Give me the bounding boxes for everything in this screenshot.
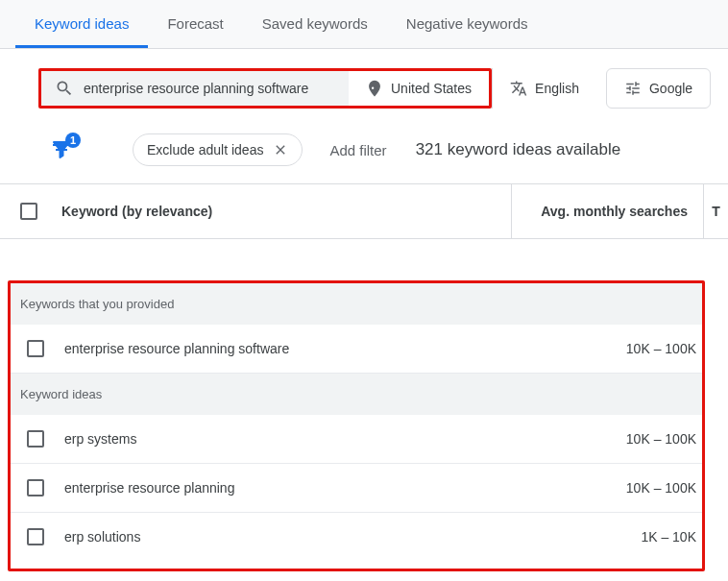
row-checkbox[interactable] bbox=[27, 430, 44, 448]
section-provided-label: Keywords that you provided bbox=[11, 283, 702, 325]
results-highlight-box: Keywords that you provided enterprise re… bbox=[8, 280, 705, 571]
search-icon bbox=[55, 79, 74, 98]
add-filter-button[interactable]: Add filter bbox=[329, 142, 386, 158]
searches-cell: 10K – 100K bbox=[520, 326, 702, 372]
search-query-text: enterprise resource planning software bbox=[84, 80, 308, 98]
filter-button[interactable]: 1 bbox=[48, 136, 75, 163]
language-text: English bbox=[535, 81, 579, 96]
row-checkbox[interactable] bbox=[27, 340, 44, 357]
tab-negative-keywords[interactable]: Negative keywords bbox=[387, 0, 547, 48]
col-header-keyword[interactable]: Keyword (by relevance) bbox=[58, 184, 511, 238]
keyword-cell[interactable]: enterprise resource planning software bbox=[61, 326, 520, 372]
language-selector[interactable]: English bbox=[492, 68, 596, 109]
keyword-cell[interactable]: enterprise resource planning bbox=[61, 465, 520, 511]
row-checkbox[interactable] bbox=[27, 479, 44, 496]
tab-keyword-ideas[interactable]: Keyword ideas bbox=[15, 0, 148, 48]
filter-chip-exclude-adult[interactable]: Exclude adult ideas bbox=[133, 133, 303, 166]
tune-icon bbox=[624, 80, 642, 97]
col-header-trailing[interactable]: T bbox=[703, 184, 728, 238]
searches-cell: 1K – 10K bbox=[520, 514, 702, 560]
keyword-cell[interactable]: erp systems bbox=[61, 416, 520, 462]
tab-bar: Keyword ideas Forecast Saved keywords Ne… bbox=[0, 0, 728, 49]
section-ideas-label: Keyword ideas bbox=[11, 374, 702, 415]
translate-icon bbox=[510, 80, 527, 97]
tab-saved-keywords[interactable]: Saved keywords bbox=[243, 0, 387, 48]
table-row: erp solutions 1K – 10K bbox=[11, 513, 702, 561]
select-all-checkbox[interactable] bbox=[20, 203, 37, 220]
col-header-avg-searches[interactable]: Avg. monthly searches bbox=[511, 184, 703, 238]
location-pin-icon bbox=[366, 80, 383, 97]
table-row: enterprise resource planning software 10… bbox=[11, 325, 702, 374]
table-row: enterprise resource planning 10K – 100K bbox=[11, 464, 702, 513]
searches-cell: 10K – 100K bbox=[520, 416, 702, 462]
location-selector[interactable]: United States bbox=[349, 71, 489, 106]
ideas-available-text: 321 keyword ideas available bbox=[416, 140, 621, 159]
close-icon[interactable] bbox=[273, 142, 288, 157]
filter-count-badge: 1 bbox=[65, 133, 81, 148]
network-text: Google bbox=[649, 81, 692, 96]
select-all-cell bbox=[0, 184, 58, 238]
table-row: erp systems 10K – 100K bbox=[11, 415, 702, 464]
search-row: enterprise resource planning software Un… bbox=[0, 49, 728, 124]
network-selector[interactable]: Google bbox=[606, 68, 711, 109]
tab-forecast[interactable]: Forecast bbox=[148, 0, 242, 48]
search-highlight-box: enterprise resource planning software Un… bbox=[38, 68, 492, 109]
searches-cell: 10K – 100K bbox=[520, 465, 702, 511]
table-header: Keyword (by relevance) Avg. monthly sear… bbox=[0, 183, 728, 239]
filter-chip-label: Exclude adult ideas bbox=[147, 142, 263, 157]
search-input[interactable]: enterprise resource planning software bbox=[41, 71, 349, 106]
filter-row: 1 Exclude adult ideas Add filter 321 key… bbox=[0, 124, 728, 183]
row-checkbox[interactable] bbox=[27, 528, 44, 545]
location-text: United States bbox=[391, 81, 472, 96]
keyword-cell[interactable]: erp solutions bbox=[61, 514, 520, 560]
